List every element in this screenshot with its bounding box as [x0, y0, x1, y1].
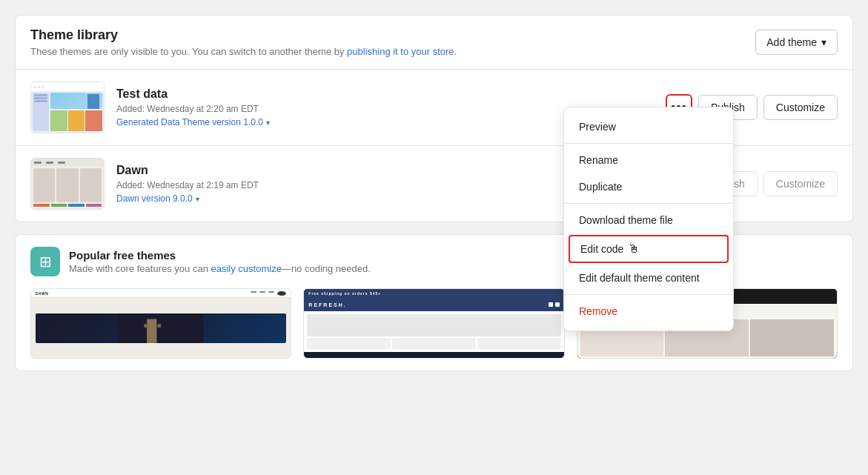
popular-desc-suffix: —no coding needed.	[282, 263, 371, 274]
svg-rect-1	[147, 319, 156, 342]
thumb-product	[85, 110, 102, 131]
preview-card-refresh[interactable]: Free shipping on orders $40+ REFRESH.	[303, 288, 564, 359]
svg-rect-2	[144, 324, 148, 328]
dropdown-divider	[564, 143, 733, 144]
subtitle-suffix: .	[454, 46, 457, 57]
subtitle-link[interactable]: publishing it to your store	[347, 46, 454, 57]
preview-nav-dot	[251, 291, 256, 293]
preview-refresh-icon	[549, 302, 553, 307]
add-theme-button[interactable]: Add theme ▾	[755, 30, 838, 55]
dropdown-item-edit-content[interactable]: Edit default theme content	[564, 265, 733, 291]
dropdown-item-rename[interactable]: Rename	[564, 147, 733, 173]
preview-product	[750, 319, 834, 356]
dropdown-item-edit-code[interactable]: Edit code 🖱	[569, 235, 729, 263]
popular-desc-link[interactable]: easily customize	[211, 263, 282, 274]
preview-refresh-logo: Free shipping on orders $40+	[308, 291, 381, 296]
color-swatch	[86, 204, 102, 207]
thumb-hero-img	[87, 94, 99, 109]
theme-thumbnail-dawn	[30, 158, 105, 210]
preview-dawn-logo: DAWN	[36, 291, 48, 296]
popular-desc-prefix: Made with core features you can	[69, 263, 211, 274]
page-container: Theme library These themes are only visi…	[0, 0, 868, 475]
preview-dawn-nav	[251, 291, 286, 296]
preview-refresh-icons	[549, 302, 560, 307]
subtitle-prefix: These themes are only visible to you. Yo…	[30, 46, 347, 57]
theme-row-test-data: Test data Added: Wednesday at 2:20 am ED…	[16, 70, 852, 146]
edit-code-label: Edit code	[580, 243, 623, 255]
dropdown-item-preview[interactable]: Preview	[564, 113, 733, 140]
dropdown-divider-2	[564, 203, 733, 204]
preview-dawn-header: DAWN	[31, 289, 291, 298]
thumbnail-inner-dawn	[31, 159, 104, 209]
preview-nav-dot	[268, 291, 274, 293]
header-left: Theme library These themes are only visi…	[30, 27, 457, 57]
preview-dawn-hero	[36, 313, 286, 343]
color-swatch	[51, 204, 67, 207]
preview-refresh-icon	[555, 302, 560, 307]
preview-label: Preview	[579, 121, 616, 133]
popular-desc: Made with core features you can easily c…	[69, 263, 371, 274]
thumb-main	[50, 93, 102, 131]
preview-nav-icon	[277, 291, 286, 296]
preview-refresh-body	[304, 311, 563, 352]
thumb-sidebar-item	[34, 100, 47, 102]
dropdown-item-download[interactable]: Download theme file	[564, 207, 733, 233]
dropdown-divider-3	[564, 294, 733, 295]
preview-refresh-hero	[307, 314, 560, 336]
popular-info: Popular free themes Made with core featu…	[69, 249, 371, 274]
dropdown-menu: Preview Rename Duplicate Download theme …	[563, 107, 734, 331]
theme-version-label: Generated Data Theme version 1.0.0	[116, 117, 263, 127]
thumb-sidebar	[33, 93, 49, 131]
thumb-products	[50, 110, 102, 131]
popular-title: Popular free themes	[69, 249, 371, 262]
thumb-dot	[42, 86, 44, 88]
chevron-down-icon-dawn: ▾	[196, 195, 199, 203]
preview-product	[392, 338, 476, 349]
preview-refresh-nav: REFRESH.	[304, 298, 563, 311]
duplicate-label: Duplicate	[579, 181, 622, 193]
preview-product	[477, 338, 561, 349]
preview-dawn-body	[31, 298, 291, 358]
chevron-down-icon: ▾	[266, 119, 270, 127]
add-theme-chevron-icon: ▾	[821, 36, 826, 48]
thumb-dawn-product	[80, 168, 102, 202]
thumb-header	[31, 82, 104, 91]
preview-refresh-header: Free shipping on orders $40+	[304, 289, 563, 298]
cursor-icon: 🖱	[628, 242, 640, 256]
preview-card-dawn[interactable]: DAWN	[30, 288, 291, 359]
thumb-sidebar-item	[34, 94, 47, 96]
preview-product	[307, 338, 391, 349]
customize-button-dawn[interactable]: Customize	[763, 171, 838, 196]
dropdown-item-remove[interactable]: Remove	[564, 298, 733, 325]
customize-button-test-data[interactable]: Customize	[763, 95, 838, 120]
popular-icon: ⊞	[30, 247, 60, 276]
color-swatch	[68, 204, 85, 207]
card-header: Theme library These themes are only visi…	[16, 16, 852, 70]
thumb-hero	[50, 93, 102, 109]
thumb-body	[31, 91, 104, 133]
thumb-dawn-body	[31, 166, 104, 209]
thumb-product-grid	[33, 168, 102, 202]
thumb-dawn-product	[33, 168, 55, 202]
thumb-dawn-header	[31, 159, 104, 166]
theme-library-card: Theme library These themes are only visi…	[15, 15, 853, 222]
thumb-dawn-colors	[33, 204, 102, 207]
popular-icon-symbol: ⊞	[39, 253, 52, 270]
thumb-product	[68, 110, 85, 131]
theme-version-label-dawn: Dawn version 9.0.0	[116, 193, 193, 204]
edit-content-label: Edit default theme content	[579, 272, 700, 284]
preview-refresh-products	[307, 338, 560, 349]
svg-rect-3	[157, 324, 161, 328]
thumbnail-inner	[31, 82, 104, 133]
dropdown-item-duplicate[interactable]: Duplicate	[564, 173, 733, 200]
preview-refresh-brand: REFRESH.	[308, 302, 346, 308]
thumb-dot	[34, 86, 36, 88]
thumb-nav-item	[58, 162, 65, 164]
preview-nav-dot	[259, 291, 265, 293]
thumb-dot	[38, 86, 40, 88]
rename-label: Rename	[579, 154, 618, 166]
thumb-dawn-product	[56, 168, 78, 202]
add-theme-label: Add theme	[766, 36, 817, 48]
download-label: Download theme file	[579, 214, 673, 226]
thumb-nav-item	[34, 162, 42, 164]
